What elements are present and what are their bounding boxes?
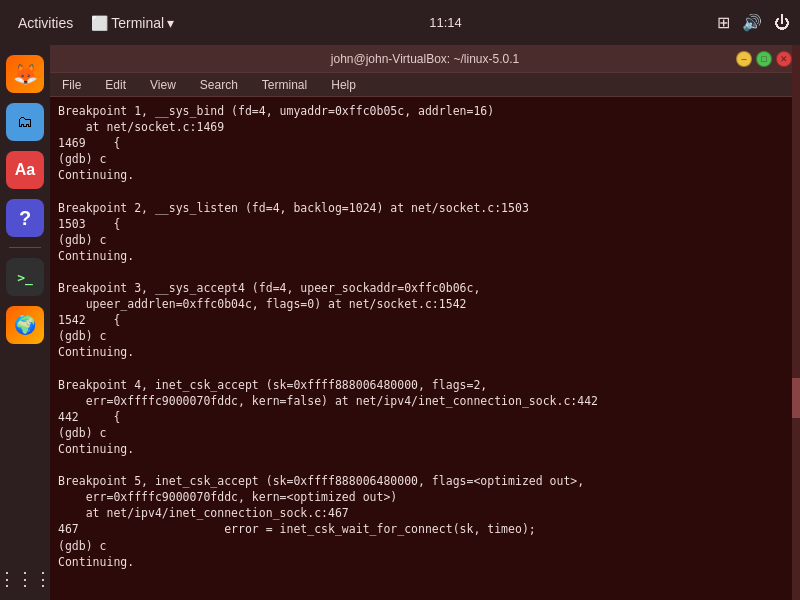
scrollbar-thumb[interactable] bbox=[792, 378, 800, 418]
dropdown-icon: ▾ bbox=[167, 15, 174, 31]
terminal-menu[interactable]: ⬜ Terminal ▾ bbox=[91, 15, 174, 31]
software-icon[interactable]: Aa bbox=[6, 151, 44, 189]
help-icon[interactable]: ? bbox=[6, 199, 44, 237]
menu-search[interactable]: Search bbox=[196, 76, 242, 94]
terminal-menu-icon: ⬜ bbox=[91, 15, 108, 31]
app-grid-button[interactable]: ⋮⋮⋮ bbox=[0, 568, 52, 590]
clock: 11:14 bbox=[429, 15, 462, 30]
menu-bar: File Edit View Search Terminal Help bbox=[50, 73, 800, 97]
network-icon[interactable]: ⊞ bbox=[717, 13, 730, 32]
top-bar-center: 11:14 bbox=[184, 15, 707, 30]
window-title: john@john-VirtualBox: ~/linux-5.0.1 bbox=[331, 52, 519, 66]
browser-icon[interactable]: 🌍 bbox=[6, 306, 44, 344]
terminal-sidebar-icon[interactable]: >_ bbox=[6, 258, 44, 296]
terminal-output: Breakpoint 1, __sys_bind (fd=4, umyaddr=… bbox=[50, 97, 800, 600]
firefox-icon[interactable]: 🦊 bbox=[6, 55, 44, 93]
close-button[interactable]: ✕ bbox=[776, 51, 792, 67]
activities-button[interactable]: Activities bbox=[10, 11, 81, 35]
terminal-menu-label: Terminal bbox=[111, 15, 164, 31]
terminal-window: john@john-VirtualBox: ~/linux-5.0.1 – □ … bbox=[50, 45, 800, 600]
window-chrome: john@john-VirtualBox: ~/linux-5.0.1 – □ … bbox=[50, 45, 800, 73]
top-bar: Activities ⬜ Terminal ▾ 11:14 ⊞ 🔊 ⏻ bbox=[0, 0, 800, 45]
menu-terminal[interactable]: Terminal bbox=[258, 76, 311, 94]
menu-edit[interactable]: Edit bbox=[101, 76, 130, 94]
maximize-button[interactable]: □ bbox=[756, 51, 772, 67]
window-controls: – □ ✕ bbox=[736, 51, 792, 67]
top-bar-right: ⊞ 🔊 ⏻ bbox=[717, 13, 790, 32]
scrollbar[interactable] bbox=[792, 45, 800, 600]
minimize-button[interactable]: – bbox=[736, 51, 752, 67]
power-icon[interactable]: ⏻ bbox=[774, 14, 790, 32]
volume-icon[interactable]: 🔊 bbox=[742, 13, 762, 32]
sidebar: 🦊 🗂 Aa ? >_ 🌍 ⋮⋮⋮ bbox=[0, 45, 50, 600]
menu-view[interactable]: View bbox=[146, 76, 180, 94]
menu-file[interactable]: File bbox=[58, 76, 85, 94]
files-icon[interactable]: 🗂 bbox=[6, 103, 44, 141]
sidebar-divider bbox=[9, 247, 41, 248]
menu-help[interactable]: Help bbox=[327, 76, 360, 94]
